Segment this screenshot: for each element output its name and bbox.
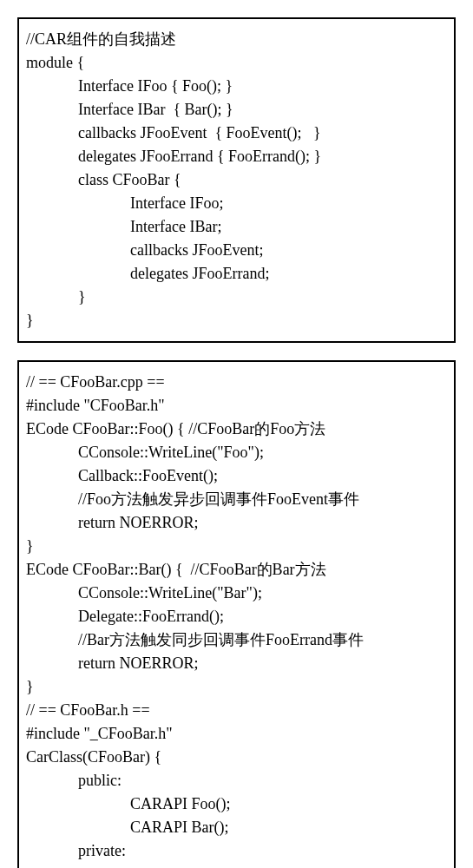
code-line: delegates JFooErrand { FooErrand(); } — [26, 145, 447, 168]
code-line: ECode CFooBar::Foo() { //CFooBar的Foo方法 — [26, 418, 447, 441]
code-line: } — [26, 309, 447, 332]
code-line: //Foo方法触发异步回调事件FooEvent事件 — [26, 488, 447, 511]
code-line: Delegate::FooErrand(); — [26, 605, 447, 628]
code-line: Interface IBar { Bar(); } — [26, 98, 447, 122]
code-line: Interface IBar; — [26, 215, 447, 239]
code-line: } — [26, 286, 447, 309]
code-line: CConsole::WriteLine("Bar"); — [26, 582, 447, 605]
code-box-2: // == CFooBar.cpp == #include "CFooBar.h… — [17, 360, 456, 868]
code-line: } — [26, 535, 447, 558]
code-line: ECode CFooBar::Bar() { //CFooBar的Bar方法 — [26, 558, 447, 582]
code-line: class CFooBar { — [26, 168, 447, 192]
code-line: delegates JFooErrand; — [26, 262, 447, 286]
code-line: CARAPI Foo(); — [26, 792, 447, 816]
code-box-1: //CAR组件的自我描述 module { Interface IFoo { F… — [17, 17, 456, 343]
code-line: callbacks JFooEvent { FooEvent(); } — [26, 122, 447, 145]
code-line: callbacks JFooEvent; — [26, 239, 447, 262]
code-line: CarClass(CFooBar) { — [26, 746, 447, 769]
code-line: return NOERROR; — [26, 652, 447, 675]
code-line: module { — [26, 51, 447, 75]
code-line: //CAR组件的自我描述 — [26, 28, 447, 51]
code-line: CARAPI Bar(); — [26, 816, 447, 839]
code-line: public: — [26, 769, 447, 792]
code-line: //Bar方法触发同步回调事件FooErrand事件 — [26, 628, 447, 652]
code-line: // private member variables here — [26, 863, 447, 868]
code-line: #include "CFooBar.h" — [26, 394, 447, 418]
code-line: Interface IFoo { Foo(); } — [26, 75, 447, 98]
code-line: } — [26, 675, 447, 699]
code-line: // == CFooBar.cpp == — [26, 371, 447, 394]
code-line: return NOERROR; — [26, 511, 447, 535]
code-line: // == CFooBar.h == — [26, 699, 447, 722]
code-line: Interface IFoo; — [26, 192, 447, 215]
code-line: CConsole::WriteLine("Foo"); — [26, 441, 447, 464]
code-line: #include "_CFooBar.h" — [26, 722, 447, 746]
code-line: private: — [26, 839, 447, 863]
code-line: Callback::FooEvent(); — [26, 464, 447, 488]
